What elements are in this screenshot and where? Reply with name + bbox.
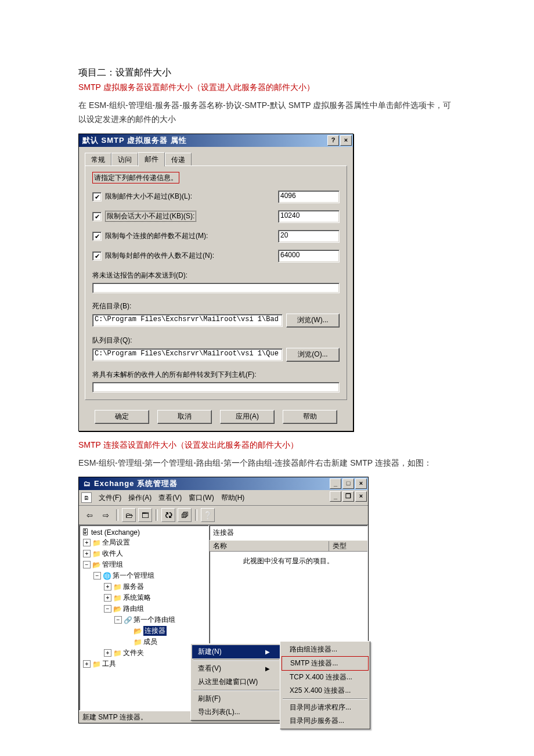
sub-x25-x400[interactable]: X25 X.400 连接器... (282, 684, 369, 697)
list-header[interactable]: 名称 类型 (210, 540, 367, 552)
menu-help[interactable]: 帮助(H) (218, 492, 248, 504)
sub-route-conn[interactable]: 路由组连接器... (282, 643, 369, 656)
ctx-view-label: 查看(V) (198, 664, 221, 674)
tree-servers[interactable]: 服务器 (123, 582, 144, 592)
apply-button[interactable]: 应用(A) (220, 410, 275, 424)
arrow-right-icon: ▶ (265, 665, 270, 672)
tree-first-admin[interactable]: 第一个管理组 (113, 571, 154, 581)
help-button[interactable]: ? (327, 135, 339, 146)
mail-panel: 请指定下列邮件传递信息。 ✔ 限制邮件大小不超过(KB)(L): 4096 ✔ … (85, 165, 347, 400)
expander-icon[interactable]: + (104, 649, 111, 657)
sub-dirsync-srv[interactable]: 目录同步服务器... (282, 714, 369, 728)
expander-icon[interactable]: + (83, 550, 91, 557)
paragraph-1: 在 ESM-组织-管理组-服务器-服务器名称-协议-SMTP-默认 SMTP 虚… (78, 99, 456, 127)
dialog-titlebar[interactable]: 默认 SMTP 虚拟服务器 属性 ? × (79, 134, 353, 147)
sub-dirsync-req[interactable]: 目录同步请求程序... (282, 701, 369, 714)
info-label: 请指定下列邮件传递信息。 (92, 172, 179, 183)
context-menu[interactable]: 新建(N) ▶ 查看(V) ▶ 从这里创建窗口(W) 刷新(F) 导出列表(L)… (190, 643, 282, 721)
expander-icon[interactable]: + (104, 583, 111, 591)
tree-recipients[interactable]: 收件人 (102, 549, 123, 559)
ok-button[interactable]: 确定 (95, 410, 149, 424)
paragraph-2: ESM-组织-管理组-第一个管理组-路由组-第一个路由组-连接器邮件右击新建 S… (78, 456, 456, 470)
tree-pane[interactable]: 🗄test (Exchange) +📁全局设置 +📁收件人 −📂管理组 −🌐第一… (79, 525, 209, 711)
mdi-close-button[interactable]: × (355, 491, 367, 502)
ndr-input[interactable] (92, 283, 340, 293)
new-submenu[interactable]: 路由组连接器... SMTP 连接器... TCP X.400 连接器... X… (280, 641, 370, 729)
menu-view[interactable]: 查看(V) (155, 492, 185, 504)
input-limit-msg-size[interactable]: 4096 (278, 190, 340, 203)
app-icon: 🗂 (82, 479, 92, 488)
tree-admin-groups[interactable]: 管理组 (102, 560, 123, 570)
ctx-export[interactable]: 导出列表(L)... (192, 705, 280, 719)
refresh-icon[interactable]: 🗘 (161, 508, 175, 522)
tab-mail[interactable]: 邮件 (138, 152, 165, 167)
expander-icon[interactable]: − (114, 616, 122, 624)
expander-icon[interactable]: − (83, 561, 91, 568)
expander-icon[interactable]: − (104, 605, 111, 613)
checkbox-limit-msg-size[interactable]: ✔ (92, 192, 102, 201)
sub-tcp-x400[interactable]: TCP X.400 连接器... (282, 671, 369, 684)
tab-delivery[interactable]: 传递 (165, 153, 192, 166)
ctx-new[interactable]: 新建(N) ▶ (192, 645, 280, 658)
expander-icon[interactable]: − (93, 572, 101, 579)
checkbox-limit-sess-size[interactable]: ✔ (92, 212, 102, 221)
sub-smtp-conn[interactable]: SMTP 连接器... (282, 656, 369, 671)
export-icon[interactable]: 🗊 (178, 508, 192, 522)
tree-connectors[interactable]: 连接器 (143, 626, 167, 636)
ctx-new-window[interactable]: 从这里创建窗口(W) (192, 675, 280, 689)
tree-policies[interactable]: 系统策略 (123, 593, 151, 603)
checkbox-limit-rcpt[interactable]: ✔ (92, 251, 102, 261)
exchange-mmc-window: 🗂 Exchange 系统管理器 _ □ × 🗎 文件(F) 操作(A) 查看(… (78, 477, 369, 723)
tree-members[interactable]: 成员 (143, 637, 157, 647)
mmc-titlebar[interactable]: 🗂 Exchange 系统管理器 _ □ × (79, 477, 368, 490)
ctx-view[interactable]: 查看(V) ▶ (192, 662, 280, 675)
col-name[interactable]: 名称 (210, 541, 329, 551)
input-limit-rcpt[interactable]: 64000 (278, 250, 340, 262)
forward-input[interactable] (92, 382, 340, 393)
tree-first-route[interactable]: 第一个路由组 (134, 615, 175, 625)
tree-global[interactable]: 全局设置 (102, 538, 130, 548)
ctx-export-label: 导出列表(L)... (198, 707, 240, 717)
input-limit-msg-count[interactable]: 20 (278, 230, 340, 243)
doc-title: 项目二：设置邮件大小 (78, 67, 456, 79)
contexthelp-icon[interactable]: ❔ (201, 508, 215, 522)
close-button[interactable]: × (340, 135, 352, 146)
tree-tools[interactable]: 工具 (102, 659, 116, 669)
back-icon[interactable]: ⇦ (82, 508, 96, 522)
help-button-bottom[interactable]: 帮助 (283, 410, 337, 424)
col-type[interactable]: 类型 (329, 541, 367, 551)
menu-window[interactable]: 窗口(W) (185, 492, 217, 504)
max-button[interactable]: □ (342, 478, 354, 489)
mmc-close-button[interactable]: × (355, 478, 367, 489)
subheading-1: SMTP 虚拟服务器设置邮件大小（设置进入此服务器的邮件大小） (78, 82, 456, 93)
tab-access[interactable]: 访问 (111, 153, 138, 166)
badmail-label: 死信目录(B): (92, 301, 340, 311)
ctx-refresh[interactable]: 刷新(F) (192, 692, 280, 705)
queue-path-input[interactable]: C:\Program Files\Exchsrvr\Mailroot\vsi 1… (92, 348, 283, 361)
tab-general[interactable]: 常规 (85, 153, 111, 166)
mdi-restore-button[interactable]: ❐ (342, 491, 354, 502)
min-button[interactable]: _ (330, 478, 341, 489)
menu-action[interactable]: 操作(A) (125, 492, 155, 504)
browse-queue-button[interactable]: 浏览(O)... (286, 348, 340, 362)
badmail-path-input[interactable]: C:\Program Files\Exchsrvr\Mailroot\vsi 1… (92, 314, 283, 327)
status-text: 新建 SMTP 连接器。 (82, 712, 147, 722)
up-icon[interactable]: 🗁 (122, 508, 136, 522)
mdi-min-button[interactable]: _ (330, 491, 341, 502)
expander-icon[interactable]: + (83, 660, 91, 668)
menu-file[interactable]: 文件(F) (95, 492, 125, 504)
tree-routing[interactable]: 路由组 (123, 604, 144, 614)
label-limit-msg-count: 限制每个连接的邮件数不超过(M): (105, 231, 278, 241)
input-limit-sess-size[interactable]: 10240 (278, 210, 340, 223)
tree-root[interactable]: test (Exchange) (91, 528, 140, 537)
tree-folders[interactable]: 文件夹 (123, 648, 144, 658)
expander-icon[interactable]: + (83, 539, 91, 546)
checkbox-limit-msg-count[interactable]: ✔ (92, 232, 102, 241)
label-limit-sess-size: 限制会话大小不超过(KB)(S): (105, 211, 196, 222)
browse-badmail-button[interactable]: 浏览(W)... (286, 314, 340, 327)
expander-icon[interactable]: + (104, 594, 111, 602)
cancel-button[interactable]: 取消 (157, 410, 212, 424)
toolbar-separator-2 (156, 509, 158, 521)
forward-icon[interactable]: ⇨ (99, 508, 113, 522)
properties-icon[interactable]: 🗔 (138, 508, 152, 522)
